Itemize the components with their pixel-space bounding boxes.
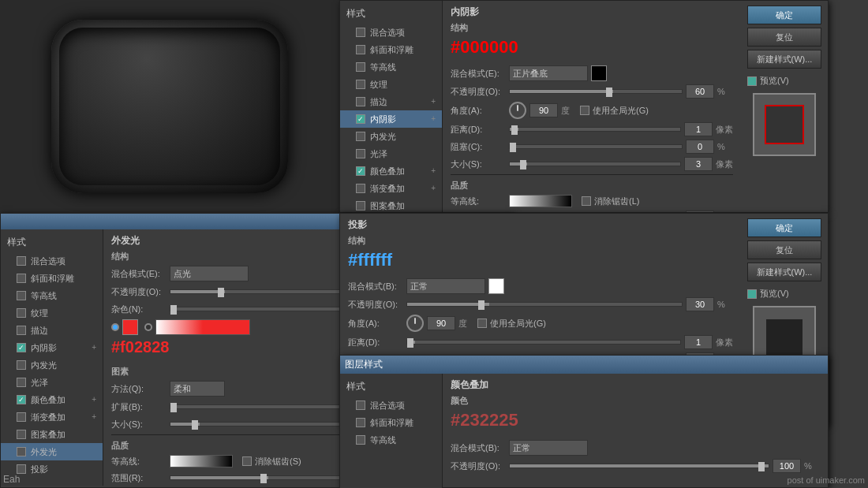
style-item-stroke[interactable]: 描边 + (340, 93, 442, 110)
og-style-blending[interactable]: 混合选项 (1, 252, 103, 270)
og-gradient-preview[interactable] (155, 319, 250, 335)
styles-list-inner-shadow: 样式 混合选项 斜面和浮雕 等高线 纹理 描边 + (340, 1, 443, 212)
ds-confirm-button[interactable]: 确定 (747, 218, 821, 237)
style-item-texture[interactable]: 纹理 (340, 76, 442, 93)
ls-style-blending[interactable]: 混合选项 (340, 397, 442, 414)
og-color-swatch[interactable] (122, 319, 138, 335)
ds-angle-input[interactable]: 90 (427, 316, 455, 330)
style-check (356, 28, 365, 37)
remove-jagged-checkbox[interactable] (582, 196, 591, 206)
ds-preview-label[interactable]: 预览(V) (747, 288, 821, 300)
angle-dial[interactable] (509, 102, 526, 119)
reset-button[interactable]: 复位 (747, 28, 821, 47)
preview-checkbox-label[interactable]: 预览(V) (747, 75, 821, 87)
ds-preview-checkbox[interactable] (747, 289, 757, 299)
og-size-slider[interactable] (170, 422, 365, 427)
ls-blend-row: 混合模式(B): 正常 (451, 440, 820, 456)
og-jagged-checkbox[interactable] (242, 456, 252, 466)
og-range-slider[interactable] (170, 475, 367, 480)
og-noise-slider[interactable] (170, 307, 367, 311)
ds-thumb-inner (765, 318, 804, 357)
og-style-contour[interactable]: 等高线 (1, 287, 103, 304)
style-item-color-overlay[interactable]: ✓ 颜色叠加 + (340, 162, 442, 180)
og-style-color-overlay[interactable]: ✓ 颜色叠加 + (1, 391, 103, 408)
preview-checkbox[interactable] (747, 76, 757, 86)
ds-blend-select[interactable]: 正常 (406, 278, 485, 294)
global-light-label[interactable]: 使用全局光(G) (580, 105, 649, 117)
ds-reset-button[interactable]: 复位 (747, 240, 821, 259)
og-style-inner-glow[interactable]: 内发光 (1, 356, 103, 374)
ds-distance-slider[interactable] (406, 340, 681, 345)
ds-opacity-slider[interactable] (406, 302, 683, 307)
ls-blend-select[interactable]: 正常 (509, 440, 588, 456)
og-blend-select[interactable]: 点光 (170, 266, 249, 281)
noise-input[interactable]: 6 (686, 210, 714, 212)
angle-row: 角度(A): 90 度 使用全局光(G) (451, 102, 733, 119)
ls-color-hex: #232225 (451, 410, 518, 430)
opacity-slider[interactable] (509, 89, 683, 94)
og-spread-slider[interactable] (170, 404, 367, 409)
choke-slider[interactable] (509, 144, 683, 149)
style-check (356, 418, 365, 427)
choke-input[interactable]: 0 (686, 140, 714, 154)
og-opacity-slider[interactable] (170, 289, 367, 294)
style-item-inner-glow[interactable]: 内发光 (340, 128, 442, 145)
ls-style-contour[interactable]: 等高线 (340, 431, 442, 449)
distance-slider[interactable] (509, 127, 681, 132)
ds-color-swatch[interactable] (488, 278, 504, 294)
style-check (17, 464, 26, 474)
global-light-checkbox[interactable] (580, 106, 589, 115)
solid-color-radio[interactable] (111, 323, 119, 331)
og-contour-preview[interactable] (170, 455, 233, 468)
ds-global-light-checkbox[interactable] (477, 319, 487, 328)
contour-preview[interactable] (509, 195, 572, 207)
choke-label: 阻塞(C): (451, 141, 506, 153)
ds-distance-row: 距离(D): 1 像素 (348, 335, 733, 349)
style-item-bevel[interactable]: 斜面和浮雕 (340, 41, 442, 58)
plus-icon: + (431, 181, 436, 196)
og-style-pattern-overlay[interactable]: 图案叠加 (1, 426, 103, 443)
ls-opacity-label: 不透明度(O): (451, 460, 506, 472)
remove-jagged-label[interactable]: 消除锯齿(L) (582, 196, 639, 207)
style-item-contour[interactable]: 等高线 (340, 58, 442, 76)
og-style-outer-glow[interactable]: 外发光 (1, 443, 103, 460)
ls-opacity-slider[interactable] (509, 464, 769, 468)
og-style-satin[interactable]: 光泽 (1, 374, 103, 391)
style-item-pattern-overlay[interactable]: 图案叠加 (340, 197, 442, 214)
ds-opacity-input[interactable]: 30 (686, 297, 714, 311)
size-unit: 像素 (716, 158, 733, 170)
new-style-button[interactable]: 新建样式(W)... (747, 50, 821, 69)
style-item-inner-shadow[interactable]: ✓ 内阴影 + (340, 110, 442, 128)
og-style-inner-shadow[interactable]: ✓ 内阴影 + (1, 339, 103, 356)
opacity-input[interactable]: 60 (686, 84, 714, 99)
ds-angle-dial[interactable] (406, 315, 424, 332)
style-check (17, 447, 26, 456)
layer-style-titlebar[interactable]: 图层样式 (340, 356, 828, 374)
ds-global-light[interactable]: 使用全局光(G) (477, 318, 546, 330)
ls-opacity-input[interactable]: 100 (773, 459, 801, 473)
style-check (17, 256, 26, 266)
ds-angle-row: 角度(A): 90 度 使用全局光(G) (348, 315, 733, 332)
og-style-stroke[interactable]: 描边 (1, 322, 103, 339)
size-slider[interactable] (509, 162, 681, 166)
plus-icon: + (92, 410, 96, 424)
og-style-texture[interactable]: 纹理 (1, 304, 103, 322)
og-style-gradient-overlay[interactable]: 渐变叠加 + (1, 408, 103, 426)
ds-new-style-button[interactable]: 新建样式(W)... (747, 263, 821, 281)
angle-input[interactable]: 90 (529, 103, 558, 117)
ls-style-bevel[interactable]: 斜面和浮雕 (340, 414, 442, 431)
style-item-gradient-overlay[interactable]: 渐变叠加 + (340, 180, 442, 197)
confirm-button[interactable]: 确定 (747, 6, 821, 24)
og-remove-jagged[interactable]: 消除锯齿(S) (242, 456, 301, 468)
color-swatch-black[interactable] (591, 65, 607, 81)
style-item-blending[interactable]: 混合选项 (340, 24, 442, 41)
distance-input[interactable]: 1 (684, 122, 713, 136)
style-item-satin[interactable]: 光泽 (340, 145, 442, 162)
ds-distance-input[interactable]: 1 (684, 335, 713, 349)
og-style-bevel[interactable]: 斜面和浮雕 (1, 270, 103, 287)
style-check (17, 308, 26, 318)
size-input[interactable]: 3 (684, 157, 713, 171)
og-method-select[interactable]: 柔和 (170, 381, 225, 397)
gradient-radio[interactable] (144, 323, 152, 331)
blend-mode-select[interactable]: 正片叠底 (509, 65, 588, 81)
